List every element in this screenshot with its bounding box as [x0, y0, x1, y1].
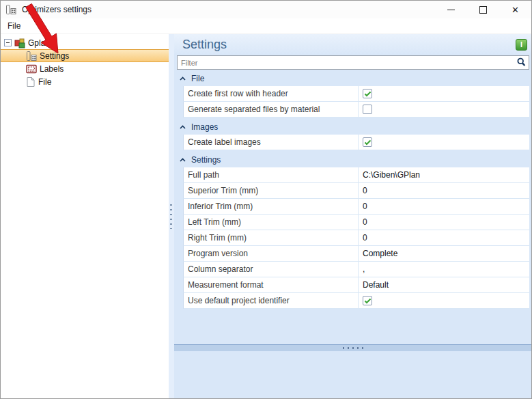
tree-item-label: File: [38, 77, 51, 87]
info-icon: I: [520, 40, 522, 49]
gplan-boxes-icon: [14, 38, 25, 49]
row-value[interactable]: [359, 135, 529, 150]
panel-title: Settings: [182, 38, 227, 52]
checkbox-checked[interactable]: [363, 89, 372, 98]
category-label: Settings: [191, 155, 221, 165]
category-label: Images: [191, 122, 218, 132]
tree-item-labels[interactable]: Labels: [1, 62, 169, 75]
category-header[interactable]: Images: [174, 120, 529, 135]
tree-item-file[interactable]: File: [1, 75, 169, 88]
window-title: Optimizers settings: [22, 5, 92, 14]
grid-row: Program versionComplete: [183, 246, 529, 262]
property-grid: FileCreate first row with headerGenerate…: [174, 71, 529, 309]
grid-row: Right Trim (mm)0: [183, 230, 529, 246]
grid-row: Use default project identifier: [183, 293, 529, 309]
grid-row: Superior Trim (mm)0: [183, 183, 529, 199]
tree-expander-icon[interactable]: [4, 39, 12, 46]
tree-item-gplan[interactable]: Gplan: [1, 36, 169, 49]
category-header[interactable]: Settings: [174, 152, 529, 167]
tree-item-label: Gplan: [28, 38, 50, 48]
category-label: File: [191, 74, 204, 83]
row-label: Measurement format: [184, 277, 359, 292]
maximize-button[interactable]: [467, 1, 499, 18]
tree-item-settings[interactable]: Settings: [1, 49, 169, 62]
close-button[interactable]: ✕: [499, 1, 531, 18]
panel-header: Settings I: [174, 34, 531, 55]
checkbox-checked[interactable]: [363, 137, 372, 147]
row-label: Create label images: [184, 135, 359, 150]
grid-row: Left Trim (mm)0: [183, 215, 529, 230]
value-text: Complete: [363, 249, 397, 258]
minimize-button[interactable]: [435, 1, 467, 18]
grid-row: Inferior Trim (mm)0: [183, 199, 529, 215]
optimizers-settings-window: Optimizers settings ✕ File Gplan: [0, 0, 532, 399]
label-image-icon: [26, 64, 37, 74]
grid-row: Full pathC:\Giben\GPlan: [183, 167, 529, 183]
row-label: Generate separated files by material: [184, 102, 359, 117]
filter-box: [177, 55, 529, 70]
info-button[interactable]: I: [516, 39, 527, 51]
row-label: Full path: [184, 167, 359, 182]
collapse-chevron-icon: [180, 125, 186, 130]
collapse-chevron-icon: [180, 77, 186, 81]
row-label: Right Trim (mm): [184, 230, 359, 245]
row-label: Create first row with header: [184, 86, 359, 101]
settings-panel: Settings I FileCreate first row with hea…: [174, 34, 531, 398]
row-label: Program version: [184, 246, 359, 261]
value-text: 0: [363, 217, 367, 227]
row-value[interactable]: 0: [359, 199, 529, 214]
grid-row: Column separator,: [183, 262, 529, 277]
value-text: 0: [363, 186, 367, 195]
value-text: ,: [363, 264, 365, 274]
row-label: Left Trim (mm): [184, 215, 359, 230]
menu-bar: File: [1, 18, 531, 34]
row-value[interactable]: 0: [359, 215, 529, 230]
row-value[interactable]: [359, 293, 529, 308]
splitter-grip-icon: [343, 347, 363, 349]
checkbox-checked[interactable]: [363, 296, 372, 305]
row-value[interactable]: C:\Giben\GPlan: [359, 167, 529, 182]
tree-item-label: Settings: [40, 51, 69, 61]
row-value[interactable]: 0: [359, 230, 529, 245]
checkbox-unchecked[interactable]: [363, 105, 372, 114]
app-settings-icon: [5, 4, 16, 15]
row-value[interactable]: ,: [359, 262, 529, 277]
maximize-icon: [479, 6, 487, 14]
filter-input[interactable]: [177, 55, 529, 70]
row-label: Inferior Trim (mm): [184, 199, 359, 214]
value-text: 0: [363, 202, 367, 211]
minimize-icon: [447, 10, 455, 10]
row-label: Use default project identifier: [184, 293, 359, 308]
title-bar: Optimizers settings ✕: [1, 1, 531, 18]
grid-row: Measurement formatDefault: [183, 277, 529, 293]
row-label: Superior Trim (mm): [184, 183, 359, 198]
grid-row: Create first row with header: [183, 86, 529, 102]
grid-row: Create label images: [183, 135, 529, 150]
window-controls: ✕: [435, 1, 531, 18]
search-icon[interactable]: [516, 57, 527, 70]
grid-row: Generate separated files by material: [183, 102, 529, 118]
bottom-pane: [174, 351, 531, 398]
horizontal-splitter[interactable]: [174, 344, 531, 351]
close-icon: ✕: [512, 5, 519, 14]
tree-item-label: Labels: [40, 64, 64, 74]
panel-spacer: [174, 309, 531, 344]
optimizers-tree: Gplan Settings: [1, 34, 169, 398]
collapse-chevron-icon: [180, 158, 186, 163]
row-label: Column separator: [184, 262, 359, 277]
row-value[interactable]: Default: [359, 277, 529, 292]
splitter-grip-icon: [170, 204, 172, 229]
row-value[interactable]: 0: [359, 183, 529, 198]
value-text: Default: [363, 280, 389, 290]
vertical-splitter[interactable]: [169, 34, 174, 398]
value-text: 0: [363, 233, 367, 243]
category-header[interactable]: File: [174, 71, 529, 86]
settings-grid-icon: [26, 51, 37, 61]
row-value[interactable]: [359, 102, 529, 117]
window-body: Gplan Settings: [1, 34, 531, 398]
menu-item-file[interactable]: File: [1, 21, 27, 31]
file-page-icon: [26, 77, 36, 87]
row-value[interactable]: [359, 86, 529, 101]
row-value[interactable]: Complete: [359, 246, 529, 261]
value-text: C:\Giben\GPlan: [363, 170, 420, 180]
